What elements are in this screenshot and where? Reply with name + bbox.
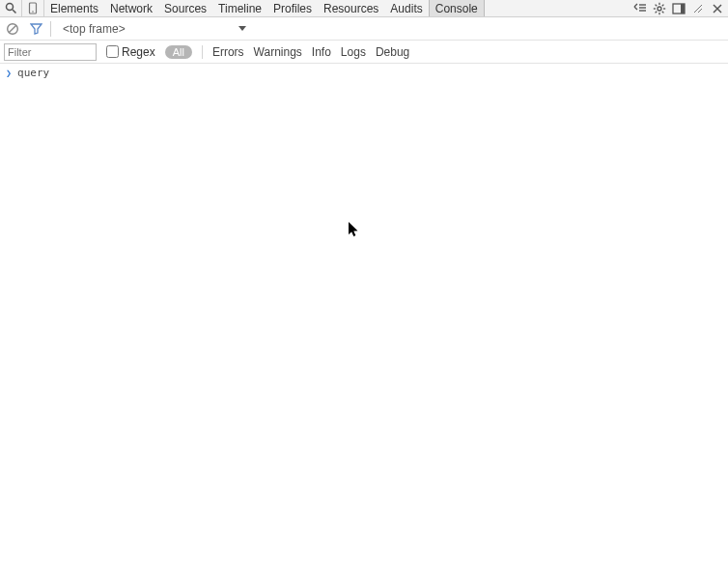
tab-label: Profiles [273,2,312,15]
level-errors[interactable]: Errors [212,45,244,59]
tab-network[interactable]: Network [104,0,158,16]
console-input[interactable] [17,67,597,79]
frame-label: <top frame> [63,22,126,36]
devtools-tab-bar: Elements Network Sources Timeline Profil… [0,0,728,17]
console-panel[interactable]: ❯ [0,64,728,577]
svg-point-3 [32,11,34,13]
top-left-group: Elements Network Sources Timeline Profil… [0,0,485,16]
console-prompt-line: ❯ [0,64,728,81]
prompt-chevron-icon: ❯ [6,68,12,78]
tab-timeline[interactable]: Timeline [212,0,267,16]
svg-line-14 [662,4,664,6]
close-icon[interactable] [711,2,724,15]
level-debug[interactable]: Debug [376,45,409,59]
filter-funnel-icon[interactable] [27,20,44,38]
tab-label: Sources [164,2,207,15]
svg-point-7 [658,7,661,11]
console-filter-input[interactable] [4,43,97,61]
settings-gear-icon[interactable] [653,2,666,15]
svg-line-23 [9,25,16,33]
tab-label: Network [110,2,153,15]
svg-rect-17 [681,4,685,14]
device-mode-icon[interactable] [22,2,43,15]
regex-toggle[interactable]: Regex [106,45,155,59]
level-warnings[interactable]: Warnings [254,45,302,59]
console-context-row: <top frame> [0,17,728,41]
svg-point-0 [6,4,13,11]
level-logs[interactable]: Logs [341,45,366,59]
execution-context-selector[interactable]: <top frame> [57,22,250,36]
separator [202,45,203,59]
tab-console[interactable]: Console [429,0,485,16]
inspect-icon[interactable] [0,2,21,14]
level-all[interactable]: All [165,45,192,59]
dock-side-icon[interactable] [672,2,686,15]
tab-sources[interactable]: Sources [158,0,212,16]
mouse-cursor-icon [349,222,360,239]
svg-line-12 [656,4,658,6]
svg-line-13 [662,11,664,13]
svg-line-19 [698,9,702,13]
separator [50,21,51,37]
tab-label: Resources [323,2,378,15]
console-filter-row: Regex All Errors Warnings Info Logs Debu… [0,41,728,64]
clear-console-icon[interactable] [4,20,21,38]
svg-line-18 [694,5,702,13]
tab-label: Console [435,2,478,15]
svg-line-15 [656,11,658,13]
tab-label: Timeline [218,2,262,15]
svg-line-1 [13,10,16,14]
tab-label: Elements [50,2,98,15]
toggle-drawer-icon[interactable] [633,2,647,15]
tab-elements[interactable]: Elements [44,0,104,16]
level-info[interactable]: Info [312,45,331,59]
top-right-group [630,0,728,16]
resize-corner-icon[interactable] [691,2,705,15]
regex-checkbox[interactable] [106,45,119,58]
tab-label: Audits [390,2,422,15]
tab-resources[interactable]: Resources [318,0,384,16]
regex-label: Regex [122,45,155,59]
tab-profiles[interactable]: Profiles [267,0,318,16]
tab-audits[interactable]: Audits [384,0,428,16]
chevron-down-icon [238,26,246,31]
